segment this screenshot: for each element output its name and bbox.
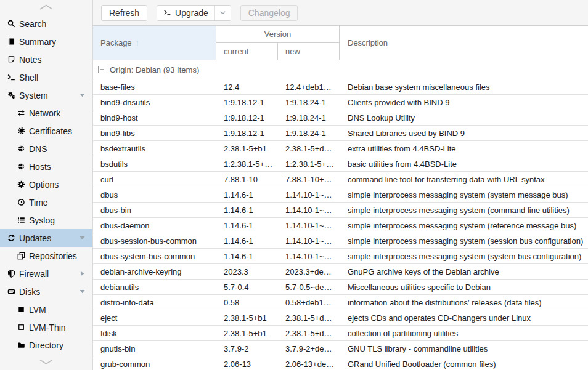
sidebar-item-lvm-thin[interactable]: LVM-Thin	[0, 318, 92, 336]
sidebar-item-hosts[interactable]: Hosts	[0, 158, 92, 175]
cell-new-version: 1:9.18.24-1	[278, 98, 340, 107]
upgrade-button[interactable]: Upgrade	[157, 5, 231, 21]
table-row[interactable]: bind9-libs1:9.18.12-11:9.18.24-1Shared L…	[93, 126, 588, 141]
globe-icon	[16, 163, 26, 171]
sidebar-item-label: System	[19, 90, 48, 100]
sidebar-item-system[interactable]: System	[0, 86, 92, 104]
sidebar-item-shell[interactable]: Shell	[0, 68, 92, 86]
cell-current-version: 1.14.6-1	[216, 236, 278, 246]
table-row[interactable]: distro-info-data0.580.58+deb1…informatio…	[93, 295, 588, 310]
shield-icon	[6, 270, 16, 278]
column-header-description[interactable]: Description	[340, 26, 588, 60]
table-row[interactable]: eject2.38.1-5+b12.38.1-5+d…ejects CDs an…	[93, 310, 588, 326]
chevron-down-icon[interactable]	[80, 289, 85, 294]
group-label: Origin: Debian (93 Items)	[110, 65, 199, 74]
column-header-new[interactable]: new	[278, 43, 339, 60]
column-header-current[interactable]: current	[216, 43, 278, 60]
upgrade-button-main[interactable]: Upgrade	[157, 6, 214, 20]
cell-new-version: 2023.3+de…	[278, 267, 340, 276]
sidebar-item-updates[interactable]: Updates	[0, 229, 92, 247]
column-header-version[interactable]: Version	[216, 26, 339, 43]
cell-new-version: 5.7-0.5~de…	[278, 283, 340, 292]
table-row[interactable]: dbus-daemon1.14.6-11.14.10-1~…simple int…	[93, 218, 588, 233]
table-row[interactable]: dbus-system-bus-common1.14.6-11.14.10-1~…	[93, 249, 588, 264]
cell-new-version: 1.14.10-1~…	[278, 190, 340, 199]
sidebar-item-repositories[interactable]: Repositories	[0, 247, 92, 265]
upgrade-dropdown-arrow[interactable]	[214, 6, 231, 20]
gear-icon	[16, 180, 26, 188]
cell-description: GRand Unified Bootloader (common files)	[340, 360, 588, 369]
sidebar-scroll-down[interactable]	[0, 354, 92, 370]
sidebar-item-label: Syslog	[29, 215, 55, 225]
sidebar-item-firewall[interactable]: Firewall	[0, 265, 92, 283]
table-row[interactable]: bind9-dnsutils1:9.18.12-11:9.18.24-1Clie…	[93, 95, 588, 110]
chevron-down-icon[interactable]	[80, 92, 85, 98]
table-row[interactable]: bsdextrautils2.38.1-5+b12.38.1-5+d…extra…	[93, 141, 588, 156]
table-row[interactable]: gnutls-bin3.7.9-23.7.9-2+de…GNU TLS libr…	[93, 341, 588, 356]
refresh-button[interactable]: Refresh	[101, 5, 147, 21]
sidebar-item-network[interactable]: Network	[0, 104, 92, 122]
table-row[interactable]: bind9-host1:9.18.12-11:9.18.24-1DNS Look…	[93, 110, 588, 126]
chevron-down-icon	[38, 358, 54, 367]
sidebar-item-syslog[interactable]: Syslog	[0, 211, 92, 229]
column-header-package[interactable]: Package ↑	[93, 26, 216, 60]
cell-current-version: 1:9.18.12-1	[216, 129, 278, 138]
cell-current-version: 3.7.9-2	[216, 344, 278, 353]
sidebar-item-label: Network	[29, 108, 60, 118]
chevron-down-icon[interactable]	[80, 235, 85, 241]
sidebar-item-notes[interactable]: Notes	[0, 50, 92, 68]
cell-new-version: 7.88.1-10+…	[278, 175, 340, 184]
table-row[interactable]: dbus-session-bus-common1.14.6-11.14.10-1…	[93, 233, 588, 249]
cell-description: DNS Lookup Utility	[340, 113, 588, 123]
table-row[interactable]: fdisk2.38.1-5+b12.38.1-5+d…collection of…	[93, 326, 588, 341]
table-row[interactable]: grub-common2.06-132.06-13+de…GRand Unifi…	[93, 356, 588, 370]
clock-icon	[16, 198, 26, 206]
cell-description: simple interprocess messaging system (se…	[340, 236, 588, 246]
sort-ascending-icon: ↑	[136, 38, 140, 47]
table-row[interactable]: curl7.88.1-107.88.1-10+…command line too…	[93, 172, 588, 187]
cell-new-version: 2.38.1-5+d…	[278, 313, 340, 323]
search-icon	[6, 20, 16, 28]
grid-header: Package ↑ Version current new Descriptio…	[93, 25, 588, 60]
sidebar-item-dns[interactable]: DNS	[0, 140, 92, 158]
table-row[interactable]: debian-archive-keyring2023.32023.3+de…Gn…	[93, 264, 588, 280]
table-row[interactable]: dbus-bin1.14.6-11.14.10-1~…simple interp…	[93, 203, 588, 218]
cell-current-version: 1:2.38.1-5+…	[216, 159, 278, 169]
cell-package: bind9-dnsutils	[93, 98, 216, 107]
sidebar-item-disks[interactable]: Disks	[0, 283, 92, 300]
sidebar-item-time[interactable]: Time	[0, 193, 92, 211]
collapse-group-icon[interactable]	[98, 66, 105, 73]
cell-current-version: 2023.3	[216, 267, 278, 276]
cell-package: debian-archive-keyring	[93, 267, 216, 276]
exchange-icon	[16, 109, 26, 117]
terminal-icon	[163, 9, 171, 17]
sidebar-item-label: Hosts	[29, 162, 51, 172]
sidebar: SearchSummaryNotesShellSystemNetworkCert…	[0, 0, 92, 370]
cell-current-version: 1.14.6-1	[216, 190, 278, 199]
table-row[interactable]: debianutils5.7-0.45.7-0.5~de…Miscellaneo…	[93, 280, 588, 295]
cell-current-version: 2.38.1-5+b1	[216, 329, 278, 338]
sidebar-item-label: Updates	[19, 233, 51, 243]
group-row-origin-debian[interactable]: Origin: Debian (93 Items)	[93, 60, 588, 79]
sidebar-item-search[interactable]: Search	[0, 15, 92, 33]
sidebar-item-label: LVM	[29, 305, 46, 315]
table-row[interactable]: base-files12.412.4+deb1…Debian base syst…	[93, 79, 588, 95]
toolbar: Refresh Upgrade Changelog	[93, 0, 588, 25]
table-row[interactable]: dbus1.14.6-11.14.10-1~…simple interproce…	[93, 187, 588, 203]
table-row[interactable]: bsdutils1:2.38.1-5+…1:2.38.1-5+…basic ut…	[93, 156, 588, 172]
chevron-up-icon	[38, 3, 54, 12]
sidebar-item-label: Time	[29, 198, 48, 207]
cell-new-version: 1:9.18.24-1	[278, 129, 340, 138]
sidebar-item-label: Search	[19, 19, 46, 29]
sidebar-scroll-up[interactable]	[0, 0, 92, 15]
sidebar-item-certificates[interactable]: Certificates	[0, 122, 92, 140]
sidebar-item-directory[interactable]: Directory	[0, 336, 92, 354]
chevron-right-icon[interactable]	[80, 271, 85, 276]
cell-new-version: 2.38.1-5+d…	[278, 144, 340, 153]
sidebar-item-label: Summary	[19, 37, 56, 47]
sidebar-item-lvm[interactable]: LVM	[0, 300, 92, 318]
sidebar-item-options[interactable]: Options	[0, 175, 92, 193]
changelog-button[interactable]: Changelog	[240, 5, 298, 21]
sidebar-item-summary[interactable]: Summary	[0, 33, 92, 50]
cell-package: dbus-system-bus-common	[93, 252, 216, 261]
